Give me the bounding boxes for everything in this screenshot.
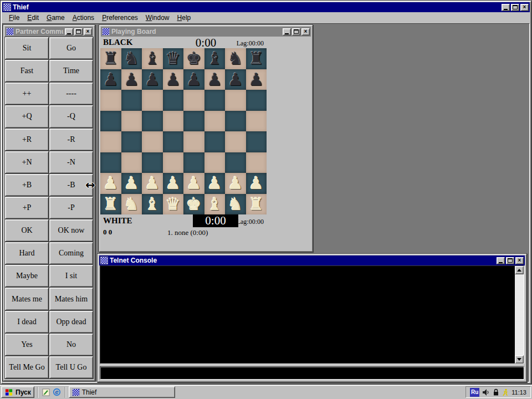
console-scrollbar[interactable] bbox=[515, 266, 524, 364]
board-square[interactable] bbox=[100, 111, 121, 132]
board-square[interactable]: ♟ bbox=[225, 173, 246, 194]
lock-icon[interactable] bbox=[493, 388, 499, 396]
menu-item-preferences[interactable]: Preferences bbox=[98, 13, 142, 22]
partner-button-mates-him[interactable]: Mates him bbox=[49, 288, 93, 310]
board-square[interactable] bbox=[183, 131, 204, 152]
board-square[interactable]: ♜ bbox=[100, 48, 121, 69]
task-button-thief[interactable]: Thief bbox=[69, 386, 175, 398]
scroll-down-button[interactable] bbox=[515, 355, 524, 364]
board-square[interactable]: ♛ bbox=[163, 194, 184, 215]
partner-button-yes[interactable]: Yes bbox=[5, 334, 49, 356]
board-square[interactable]: ♟ bbox=[142, 69, 163, 90]
board-square[interactable] bbox=[246, 111, 267, 132]
board-square[interactable] bbox=[163, 111, 184, 132]
board-square[interactable] bbox=[142, 131, 163, 152]
board-square[interactable]: ♟ bbox=[163, 69, 184, 90]
board-square[interactable] bbox=[100, 90, 121, 111]
board-square[interactable] bbox=[246, 131, 267, 152]
partner-button-go[interactable]: Go bbox=[49, 37, 93, 59]
board-square[interactable]: ♟ bbox=[163, 173, 184, 194]
board-square[interactable] bbox=[225, 90, 246, 111]
board-square[interactable]: ♞ bbox=[225, 48, 246, 69]
partner-button-fast[interactable]: Fast bbox=[5, 60, 49, 82]
board-square[interactable]: ♟ bbox=[121, 173, 142, 194]
board-square[interactable]: ♝ bbox=[204, 48, 226, 69]
board-square[interactable] bbox=[204, 131, 226, 152]
maximize-button[interactable] bbox=[511, 4, 519, 11]
partner-button-mates-me[interactable]: Mates me bbox=[5, 288, 49, 310]
close-button[interactable]: × bbox=[520, 4, 529, 11]
board-square[interactable] bbox=[183, 111, 204, 132]
board-square[interactable] bbox=[121, 152, 142, 173]
partner-button-minusq[interactable]: -Q bbox=[49, 105, 93, 127]
board-square[interactable] bbox=[225, 111, 246, 132]
board-square[interactable]: ♚ bbox=[183, 48, 204, 69]
close-button[interactable]: × bbox=[84, 28, 92, 35]
board-square[interactable]: ♛ bbox=[163, 48, 184, 69]
partner-button-minusminusminusminus[interactable]: ---- bbox=[49, 83, 93, 105]
close-button[interactable]: × bbox=[301, 28, 310, 35]
board-square[interactable]: ♟ bbox=[100, 173, 121, 194]
minimize-button[interactable] bbox=[283, 28, 291, 35]
quicklaunch-notes-icon[interactable] bbox=[41, 387, 51, 397]
board-square[interactable]: ♟ bbox=[100, 69, 121, 90]
menu-item-window[interactable]: Window bbox=[142, 13, 173, 22]
partner-button-minusp[interactable]: -P bbox=[49, 197, 93, 219]
board-square[interactable] bbox=[246, 90, 267, 111]
board-square[interactable] bbox=[121, 111, 142, 132]
board-square[interactable]: ♟ bbox=[225, 69, 246, 90]
menu-item-actions[interactable]: Actions bbox=[69, 13, 98, 22]
board-square[interactable] bbox=[100, 131, 121, 152]
board-square[interactable] bbox=[204, 152, 226, 173]
partner-button-ok-now[interactable]: OK now bbox=[49, 219, 93, 242]
running-man-icon[interactable] bbox=[502, 388, 509, 396]
scroll-up-button[interactable] bbox=[515, 266, 524, 274]
minimize-button[interactable] bbox=[497, 257, 505, 264]
console-input[interactable] bbox=[100, 366, 524, 380]
board-square[interactable]: ♟ bbox=[204, 173, 226, 194]
partner-button-hard[interactable]: Hard bbox=[5, 242, 49, 264]
board-square[interactable] bbox=[204, 111, 226, 132]
board-square[interactable]: ♟ bbox=[121, 69, 142, 90]
board-square[interactable]: ♝ bbox=[142, 194, 163, 215]
maximize-button[interactable] bbox=[74, 28, 83, 35]
board-square[interactable]: ♞ bbox=[121, 48, 142, 69]
partner-button-plusn[interactable]: +N bbox=[5, 151, 49, 173]
partner-button-plusplus[interactable]: ++ bbox=[5, 83, 49, 105]
board-square[interactable] bbox=[163, 131, 184, 152]
board-square[interactable]: ♜ bbox=[246, 48, 267, 69]
partner-button-minusn[interactable]: -N bbox=[49, 151, 93, 173]
board-square[interactable]: ♟ bbox=[246, 69, 267, 90]
partner-button-no[interactable]: No bbox=[49, 334, 93, 356]
board-square[interactable]: ♜ bbox=[100, 194, 121, 215]
board-square[interactable] bbox=[142, 90, 163, 111]
minimize-button[interactable] bbox=[502, 4, 510, 11]
partner-button-ok[interactable]: OK bbox=[5, 219, 49, 242]
partner-button-plusb[interactable]: +B bbox=[5, 174, 49, 196]
board-square[interactable] bbox=[183, 90, 204, 111]
board-square[interactable]: ♞ bbox=[225, 194, 246, 215]
internet-explorer-icon[interactable]: e bbox=[52, 387, 62, 397]
board-square[interactable]: ♚ bbox=[183, 194, 204, 215]
menu-item-file[interactable]: File bbox=[5, 13, 23, 22]
board-square[interactable] bbox=[142, 111, 163, 132]
board-square[interactable]: ♟ bbox=[183, 173, 204, 194]
partner-titlebar[interactable]: Partner Commu.. × bbox=[5, 27, 93, 37]
volume-icon[interactable] bbox=[482, 388, 490, 396]
minimize-button[interactable] bbox=[65, 28, 73, 35]
board-square[interactable]: ♟ bbox=[183, 69, 204, 90]
board-square[interactable] bbox=[183, 152, 204, 173]
tray-clock[interactable]: 11:13 bbox=[511, 389, 526, 396]
board-square[interactable]: ♟ bbox=[204, 69, 226, 90]
partner-button-tell-me-go[interactable]: Tell Me Go bbox=[5, 356, 49, 378]
board-square[interactable] bbox=[163, 152, 184, 173]
partner-button-coming[interactable]: Coming bbox=[49, 242, 93, 264]
board-square[interactable] bbox=[163, 90, 184, 111]
partner-button-sit[interactable]: Sit bbox=[5, 37, 49, 59]
maximize-button[interactable] bbox=[506, 257, 514, 264]
telnet-titlebar[interactable]: Telnet Console × bbox=[99, 255, 525, 265]
board-square[interactable]: ♝ bbox=[204, 194, 226, 215]
main-titlebar[interactable]: Thief × bbox=[2, 2, 530, 12]
board-square[interactable]: ♜ bbox=[246, 194, 267, 215]
menu-item-edit[interactable]: Edit bbox=[23, 13, 43, 22]
